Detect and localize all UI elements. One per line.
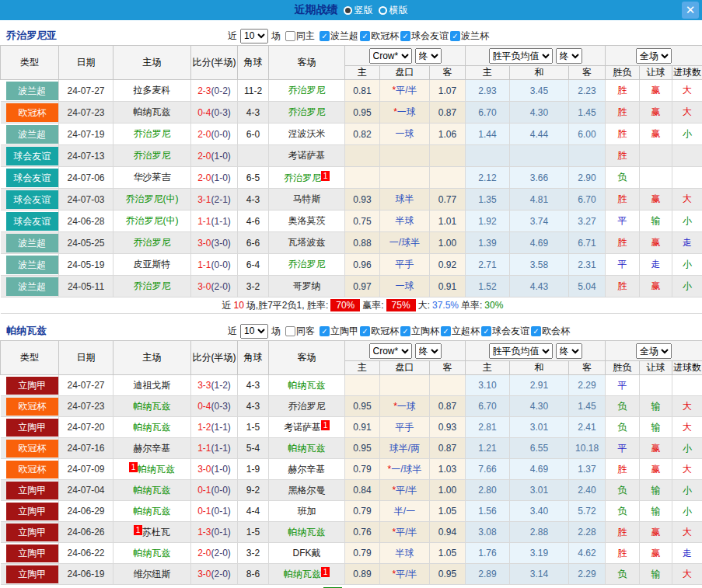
layout-radio-portrait[interactable]: 竖版 bbox=[344, 4, 373, 17]
col-away: 客场 bbox=[269, 341, 345, 375]
avg-away: 2.28 bbox=[569, 522, 606, 543]
odds-away: 1.00 bbox=[430, 480, 466, 501]
spacer bbox=[0, 20, 702, 26]
score: 2-3(0-2) bbox=[191, 80, 238, 102]
subcol-handicap: 盘口 bbox=[380, 361, 430, 375]
avg-away: 1.45 bbox=[569, 396, 606, 417]
odds-provider-select[interactable]: Crow* bbox=[369, 48, 412, 64]
home-team: 乔治罗尼(中) bbox=[114, 210, 191, 232]
col-home: 主场 bbox=[114, 46, 191, 80]
odds-provider-select[interactable]: Crow* bbox=[369, 343, 412, 359]
result-goals bbox=[672, 167, 702, 189]
league-filter-checkbox[interactable]: ✓欧会杯 bbox=[531, 325, 570, 338]
close-button[interactable]: ✕ bbox=[682, 2, 699, 19]
avg-away: 4.62 bbox=[569, 543, 606, 564]
avg-home: 2.93 bbox=[466, 80, 510, 102]
league-filter-checkbox[interactable]: ✓球会友谊 bbox=[400, 30, 449, 43]
odds-away: 0.94 bbox=[430, 522, 466, 543]
avg-draw: 2.88 bbox=[510, 522, 569, 543]
recent-count-select[interactable]: 10 bbox=[240, 324, 268, 339]
result-handicap: 赢 bbox=[640, 438, 672, 459]
league-badge: 欧冠杯 bbox=[1, 438, 59, 459]
corner: 6-4 bbox=[238, 254, 269, 276]
odds-home: 0.89 bbox=[345, 564, 380, 585]
corner: 9-2 bbox=[238, 480, 269, 501]
avg-away: 3.27 bbox=[569, 210, 606, 232]
odds-away: 1.05 bbox=[430, 543, 466, 564]
titlebar: 近期战绩 竖版 横版 ✕ bbox=[0, 0, 702, 20]
match-row: 波兰超24-07-19乔治罗尼2-0(0-0)6-0涅波沃米0.82一球1.06… bbox=[1, 124, 702, 145]
match-date: 24-06-26 bbox=[59, 522, 114, 543]
result-goals bbox=[672, 145, 702, 167]
away-team: 马特斯 bbox=[269, 189, 345, 210]
home-team: 帕纳瓦兹 bbox=[114, 396, 191, 417]
league-filter-checkbox[interactable]: ✓波兰超 bbox=[320, 30, 358, 43]
score: 2-0(0-0) bbox=[191, 124, 238, 145]
avg-stage-select[interactable]: 终 bbox=[556, 48, 582, 64]
result-outcome: 负 bbox=[606, 417, 640, 438]
league-label: 球会友谊 bbox=[6, 147, 59, 165]
same-venue-checkbox[interactable]: 同主 bbox=[285, 30, 315, 43]
corner: 4-3 bbox=[238, 396, 269, 417]
odds-away bbox=[430, 145, 466, 167]
checkbox-checked-icon: ✓ bbox=[400, 31, 410, 41]
league-label: 立陶甲 bbox=[6, 524, 59, 541]
avg-odds-select[interactable]: 胜平负均值 bbox=[489, 343, 553, 359]
league-badge: 球会友谊 bbox=[1, 167, 59, 189]
corner: 6-0 bbox=[238, 124, 269, 145]
handicap: *一球 bbox=[380, 102, 430, 124]
corner: 4-3 bbox=[238, 189, 269, 210]
subcol-goals: 进球数 bbox=[672, 361, 702, 375]
odds-stage-select[interactable]: 终 bbox=[415, 343, 442, 359]
odds-away: 1.05 bbox=[430, 501, 466, 522]
league-badge: 欧冠杯 bbox=[1, 459, 59, 480]
same-venue-checkbox[interactable]: 同客 bbox=[285, 325, 315, 338]
home-team: 帕纳瓦兹 bbox=[114, 102, 191, 124]
home-team: 1苏杜瓦 bbox=[114, 522, 191, 543]
away-team: 瓦塔波兹 bbox=[269, 232, 345, 254]
summary-stats: 近10场,胜7平2负1, 胜率: 70% 赢率: 75% 大:37.5% 单率:… bbox=[1, 299, 702, 312]
match-row: 球会友谊24-07-13乔治罗尼2-0(1-0)考诺萨基胜 bbox=[1, 145, 702, 167]
result-handicap: 赢 bbox=[640, 276, 672, 297]
home-team: 皮亚斯特 bbox=[114, 254, 191, 276]
period-select[interactable]: 全场 bbox=[636, 48, 672, 64]
league-filter-checkbox[interactable]: ✓波兰杯 bbox=[450, 30, 489, 43]
odds-stage-select[interactable]: 终 bbox=[415, 48, 442, 64]
league-badge: 立陶甲 bbox=[1, 375, 59, 396]
result-handicap: 输 bbox=[640, 501, 672, 522]
avg-home: 2.12 bbox=[466, 167, 510, 189]
avg-odds-select[interactable]: 胜平负均值 bbox=[489, 48, 553, 64]
odds-away bbox=[430, 375, 466, 396]
match-row: 欧冠杯24-07-23帕纳瓦兹0-4(0-3)4-3乔治罗尼0.95*一球0.8… bbox=[1, 102, 702, 124]
avg-away: 2.29 bbox=[569, 375, 606, 396]
result-handicap bbox=[640, 167, 672, 189]
league-filter-checkbox[interactable]: ✓欧冠杯 bbox=[360, 325, 399, 338]
recent-count-select[interactable]: 10 bbox=[240, 29, 268, 43]
league-label: 球会友谊 bbox=[6, 212, 59, 231]
league-filter-checkbox[interactable]: ✓立陶甲 bbox=[320, 325, 358, 338]
summary-stats-partial bbox=[1, 585, 702, 588]
odds-home: 0.79 bbox=[345, 501, 380, 522]
result-goals: 大 bbox=[672, 417, 702, 438]
result-handicap: 赢 bbox=[640, 80, 672, 102]
odds-home: 0.88 bbox=[345, 232, 380, 254]
period-select[interactable]: 全场 bbox=[636, 343, 672, 359]
result-handicap: 赢 bbox=[640, 232, 672, 254]
home-team: 拉多麦科 bbox=[114, 80, 191, 102]
avg-draw: 4.43 bbox=[510, 276, 569, 297]
league-filter-checkbox[interactable]: ✓立超杯 bbox=[441, 325, 480, 338]
checkbox-checked-icon: ✓ bbox=[450, 31, 460, 41]
odds-away: 1.00 bbox=[430, 232, 466, 254]
league-badge: 立陶甲 bbox=[1, 564, 59, 585]
avg-stage-select[interactable]: 终 bbox=[556, 343, 582, 359]
result-handicap bbox=[640, 145, 672, 167]
league-filter-checkbox[interactable]: ✓立陶杯 bbox=[400, 325, 439, 338]
league-filter-checkbox[interactable]: ✓欧冠杯 bbox=[360, 30, 399, 43]
handicap bbox=[380, 375, 430, 396]
layout-radio-landscape[interactable]: 横版 bbox=[379, 4, 408, 17]
away-team: 班加 bbox=[269, 501, 345, 522]
odds-away: 0.87 bbox=[430, 438, 466, 459]
odds-away: 1.06 bbox=[430, 124, 466, 145]
league-filter-checkbox[interactable]: ✓球会友谊 bbox=[481, 325, 529, 338]
filter-row: 乔治罗尼亚 近 10 场 同主 ✓波兰超✓欧冠杯✓球会友谊✓波兰杯 bbox=[0, 26, 702, 45]
